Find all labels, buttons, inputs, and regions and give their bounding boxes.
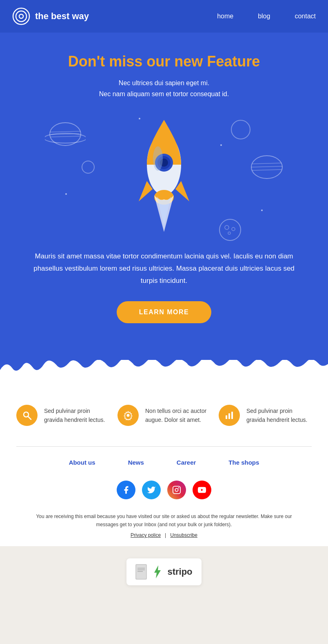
hero-body: Mauris sit amet massa vitae tortor condi…: [0, 250, 328, 359]
rocket-scene: [24, 112, 304, 250]
svg-point-30: [178, 487, 180, 488]
svg-point-29: [175, 488, 178, 491]
logo-icon: [12, 7, 30, 25]
hero-subtitle: Nec ultrices dui sapien eget mi. Nec nam…: [24, 77, 304, 99]
svg-rect-27: [231, 412, 233, 419]
feature-search: Sed pulvinar proin gravida hendrerit lec…: [16, 405, 109, 426]
learn-more-button[interactable]: LEARN MORE: [117, 301, 212, 323]
gear-icon: [123, 410, 133, 420]
footer-legal-links: Privacy police | Unsubscribe: [24, 531, 304, 539]
footer-link-shops[interactable]: The shops: [228, 459, 259, 466]
feature-chart: Sed pulvinar proin gravida hendrerit lec…: [219, 405, 312, 426]
planet-left-icon: [45, 120, 86, 148]
footer-nav: About us News Career The shops: [0, 447, 328, 474]
stripo-footer: stripo: [0, 546, 328, 598]
feature-gear-text: Non tellus orci ac auctor augue. Dolor s…: [145, 405, 211, 425]
svg-point-21: [153, 146, 163, 171]
twitter-icon[interactable]: [142, 481, 161, 499]
svg-point-24: [127, 414, 130, 417]
footer-link-about[interactable]: About us: [69, 459, 95, 466]
stripo-lightning-icon: [151, 565, 163, 579]
star-4: [261, 210, 263, 211]
star-3: [65, 193, 67, 195]
svg-line-11: [252, 170, 281, 170]
svg-point-12: [219, 219, 241, 240]
navbar: the best way home blog contact: [0, 0, 328, 33]
cloud-svg: [0, 360, 328, 380]
nav-blog[interactable]: blog: [258, 13, 270, 20]
features-section: Sed pulvinar proin gravida hendrerit lec…: [0, 380, 328, 446]
instagram-icon[interactable]: [167, 481, 186, 499]
moon-icon: [218, 218, 242, 242]
svg-point-13: [225, 225, 229, 229]
rocket-illustration: [131, 112, 197, 236]
gear-icon-circle: [117, 405, 139, 426]
search-icon-circle: [16, 405, 38, 426]
unsubscribe-link[interactable]: Unsubscribe: [170, 531, 197, 539]
svg-line-9: [252, 163, 281, 164]
hero-title: Don't miss our new Feature: [24, 53, 304, 70]
svg-point-14: [232, 227, 235, 231]
social-icons-row: [0, 474, 328, 507]
svg-rect-28: [173, 486, 180, 493]
planet-top-right-icon: [231, 120, 250, 139]
cloud-divider: [0, 360, 328, 380]
chart-icon: [224, 410, 234, 420]
brand-name: the best way: [35, 11, 89, 22]
chart-icon-circle: [219, 405, 240, 426]
hero-body-text: Mauris sit amet massa vitae tortor condi…: [24, 250, 304, 287]
facebook-icon[interactable]: [117, 481, 135, 499]
nav-home[interactable]: home: [217, 13, 233, 20]
footer-legal-text: You are receiving this email because you…: [24, 512, 304, 529]
svg-point-2: [19, 14, 23, 18]
svg-line-10: [251, 166, 282, 167]
privacy-link[interactable]: Privacy police: [131, 531, 161, 539]
feature-gear: Non tellus orci ac auctor augue. Dolor s…: [117, 405, 211, 426]
svg-line-6: [51, 136, 80, 137]
stripo-badge-icon: [135, 564, 147, 580]
svg-line-4: [50, 131, 81, 132]
legal-separator: |: [165, 531, 166, 539]
stripo-text: stripo: [167, 567, 192, 577]
nav-contact[interactable]: contact: [295, 13, 316, 20]
navbar-logo: the best way: [12, 7, 217, 25]
footer-link-news[interactable]: News: [128, 459, 144, 466]
svg-line-23: [28, 417, 31, 419]
stripo-logo-box: stripo: [126, 558, 201, 585]
feature-search-text: Sed pulvinar proin gravida hendrerit lec…: [44, 405, 109, 425]
svg-rect-25: [226, 415, 227, 419]
youtube-icon[interactable]: [193, 481, 211, 499]
hero-section: Don't miss our new Feature Nec ultrices …: [0, 33, 328, 250]
search-icon: [22, 410, 32, 420]
svg-point-1: [16, 11, 27, 22]
feature-chart-text: Sed pulvinar proin gravida hendrerit lec…: [246, 405, 312, 425]
star-5: [220, 144, 222, 146]
footer-link-career[interactable]: Career: [177, 459, 196, 466]
planet-right-icon: [246, 152, 287, 182]
svg-rect-33: [136, 565, 146, 579]
nav-links: home blog contact: [217, 13, 316, 20]
footer-text: You are receiving this email because you…: [0, 507, 328, 546]
svg-rect-26: [228, 413, 230, 419]
svg-point-15: [228, 232, 230, 234]
planet-small-icon: [82, 161, 95, 174]
